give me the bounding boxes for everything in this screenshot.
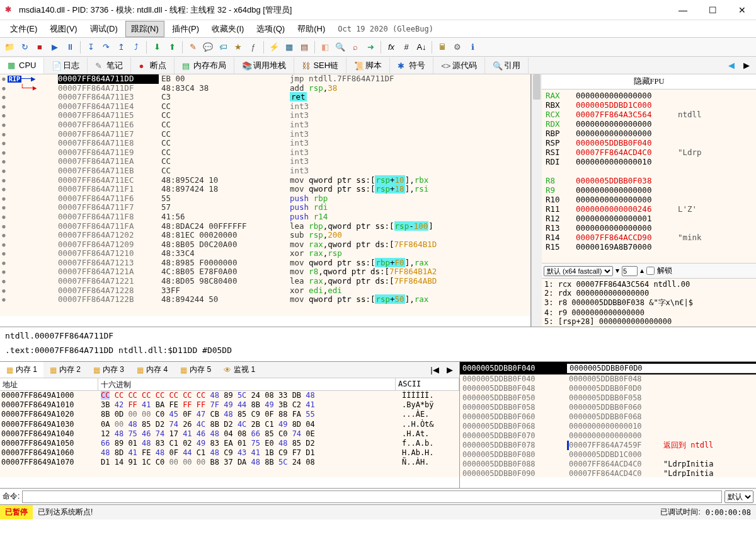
dump-tab-4[interactable]: ▦内存 4	[130, 362, 174, 378]
dump-col-ascii[interactable]: ASCII	[396, 378, 459, 390]
argument-list[interactable]: 1: rcx 00007FF864A3C564 ntdll.002: rdx 0…	[542, 279, 756, 327]
register-row[interactable]: RAX0000000000000000	[546, 91, 752, 100]
register-row[interactable]: RSP0000005DDBB0F040	[546, 138, 752, 148]
disasm-row[interactable]: ●00007FF864A711F757push rdi	[0, 203, 530, 212]
menu-options[interactable]: 选项(Q)	[251, 21, 290, 37]
arg-nav-next[interactable]: ▴	[640, 266, 644, 276]
bookmarks-icon[interactable]: ★	[231, 40, 245, 54]
stack-row[interactable]: 0000005DDBB0F0800000005DDBD1C000	[460, 450, 756, 460]
hash-icon[interactable]: #	[399, 40, 413, 54]
stack-col-addr[interactable]: 0000005DDBB0F040	[460, 364, 567, 373]
register-row[interactable]: R80000005DDBB0F038	[546, 176, 752, 185]
patches-icon[interactable]: ✎	[186, 40, 200, 54]
disassembly-list[interactable]: ●RIP──▶00007FF864A711DDEB 00jmp ntdll.7F…	[0, 74, 530, 316]
tab-nav-prev-icon[interactable]: ◀	[724, 59, 738, 72]
modules-icon[interactable]: ▦	[282, 40, 296, 54]
tab-symbols[interactable]: ✱符号	[390, 57, 433, 74]
tab-references[interactable]: 🔍引用	[485, 57, 529, 74]
disasm-row[interactable]: ●RIP──▶00007FF864A711DDEB 00jmp ntdll.7F…	[0, 74, 530, 84]
disasm-row[interactable]: ●00007FF864A711F655push rbp	[0, 194, 530, 204]
stop-icon[interactable]: ■	[33, 40, 47, 54]
disasm-row[interactable]: ●00007FF864A7120948:8B05 D0C20A00mov rax…	[0, 240, 530, 250]
disasm-row[interactable]: ●00007FF864A711E8CCint3	[0, 139, 530, 148]
tab-breakpoints[interactable]: ●断点	[131, 57, 175, 74]
dump-row[interactable]: 00007FF8649A104012 48 75 46 74 17 41 46 …	[0, 429, 459, 439]
about-icon[interactable]: ℹ	[466, 40, 479, 54]
pause-icon[interactable]: ⏸	[63, 40, 77, 54]
stack-row[interactable]: 0000005DDBB0F0480000005DDBB0F0D0	[460, 384, 756, 393]
step-out-icon[interactable]: ↥	[114, 40, 128, 54]
stack-row[interactable]: 0000005DDBB0F0500000005DDBB0F058	[460, 393, 756, 403]
maximize-button[interactable]: ☐	[704, 3, 722, 18]
menu-view[interactable]: 视图(V)	[45, 21, 82, 37]
register-row[interactable]: R100000000000000000	[546, 195, 752, 204]
arg-row[interactable]: 1: rcx 00007FF864A3C564 ntdll.00	[544, 280, 753, 289]
dump-row[interactable]: 00007FF8649A10300A 00 48 85 D2 74 26 4C …	[0, 420, 459, 429]
tab-nav-next-icon[interactable]: ▶	[740, 59, 753, 72]
arg-row[interactable]: 5: [rsp+28] 0000000000000000	[544, 317, 753, 326]
disasm-row[interactable]: ●00007FF864A711F148:897424 18mov qword p…	[0, 185, 530, 194]
unlock-checkbox[interactable]	[646, 267, 655, 275]
tab-seh[interactable]: ⛓SEH链	[294, 57, 346, 74]
register-row[interactable]: RBX0000005DDBD1C000	[546, 100, 752, 110]
register-row[interactable]: RDI0000000000000010	[546, 157, 752, 166]
callconv-select[interactable]: 默认 (x64 fastcall)	[544, 266, 613, 276]
stack-row[interactable]: 0000005DDBB0F0400000005DDBB0F048	[460, 374, 756, 384]
stack-list[interactable]: 0000005DDBB0F0400000005DDBB0F0480000005D…	[460, 374, 756, 477]
stack-col-val[interactable]: 0000005DDBB0F0D0	[567, 364, 756, 373]
command-mode-select[interactable]: 默认	[724, 490, 753, 503]
disasm-row[interactable]: ●00007FF864A711E4CCint3	[0, 102, 530, 112]
disasm-row[interactable]: ●00007FF864A711FA48:8DAC24 00FFFFFFlea r…	[0, 222, 530, 231]
step-into-icon[interactable]: ↧	[84, 40, 98, 54]
disasm-hscroll[interactable]	[0, 316, 530, 327]
dump-nav-next-icon[interactable]: ▶	[443, 363, 457, 377]
close-button[interactable]: ✕	[733, 3, 751, 18]
step-ret-icon[interactable]: ⤴	[129, 40, 143, 54]
dump-tab-3[interactable]: ▦内存 3	[87, 362, 130, 378]
register-row[interactable]: RCX00007FF864A3C564ntdll	[546, 110, 752, 119]
fpu-toggle[interactable]: 隐藏FPU	[542, 74, 756, 90]
stack-row[interactable]: 0000005DDBB0F09000007FF864ACD4C0"LdrpIni…	[460, 469, 756, 477]
dump-nav-prev-icon[interactable]: |◀	[428, 363, 442, 377]
stack-row[interactable]: 0000005DDBB0F0600000005DDBB0F068	[460, 412, 756, 422]
minimize-button[interactable]: —	[673, 3, 692, 18]
menu-debug[interactable]: 调试(D)	[85, 21, 123, 37]
goto-icon[interactable]: ➜	[364, 40, 377, 54]
calc-icon[interactable]: 🖩	[435, 40, 449, 54]
register-row[interactable]: R120000000000000001	[546, 214, 752, 223]
arg-row[interactable]: 3: r8 0000005DDBB0F038 &"字x\n€|$	[544, 298, 753, 308]
stack-hscroll[interactable]	[460, 477, 756, 488]
disasm-row[interactable]: ●00007FF864A711EBCCint3	[0, 166, 530, 176]
tab-memmap[interactable]: ▤内存布局	[175, 57, 234, 74]
fx-icon[interactable]: fx	[384, 40, 398, 54]
register-row[interactable]: R1400007FF864ACCD90"mink	[546, 233, 752, 242]
menu-plugins[interactable]: 插件(P)	[167, 21, 204, 37]
disasm-row[interactable]: ●00007FF864A7121048:33C4xor rax,rsp	[0, 249, 530, 258]
trace-over-icon[interactable]: ⬆	[165, 40, 179, 54]
open-icon[interactable]: 📁	[3, 40, 16, 54]
dump-tab-5[interactable]: ▦内存 5	[174, 362, 217, 378]
register-row[interactable]	[546, 166, 752, 176]
disasm-row[interactable]: ●00007FF864A7121348:8985 F0000000mov qwo…	[0, 258, 530, 268]
watch-tab-1[interactable]: 👁监视 1	[217, 362, 261, 378]
scylla-icon[interactable]: ⚡	[267, 40, 281, 54]
disasm-row[interactable]: ●00007FF864A711E7CCint3	[0, 130, 530, 139]
dump-hscroll[interactable]	[0, 477, 459, 488]
register-row[interactable]: R130000000000000000	[546, 223, 752, 233]
comments-icon[interactable]: 💬	[201, 40, 215, 54]
tab-callstack[interactable]: 📚调用堆栈	[234, 57, 294, 74]
menu-trace[interactable]: 跟踪(N)	[125, 21, 164, 37]
step-over-icon[interactable]: ↷	[99, 40, 113, 54]
stack-row[interactable]: 0000005DDBB0F0700000000000000000	[460, 431, 756, 441]
arg-count-input[interactable]	[622, 266, 638, 276]
disasm-row[interactable]: ● └──▶00007FF864A711DF48:83C4 38add rsp,…	[0, 84, 530, 93]
dump-row[interactable]: 00007FF8649A105066 89 01 48 83 C1 02 49 …	[0, 439, 459, 448]
search-icon[interactable]: 🔍	[333, 40, 347, 54]
register-list[interactable]: RAX0000000000000000RBX0000005DDBD1C000RC…	[542, 90, 756, 263]
run-icon[interactable]: ▶	[48, 40, 62, 54]
dump-row[interactable]: 00007FF8649A10103B 42 FF 41 BA FE FF FF …	[0, 400, 459, 410]
tab-source[interactable]: <>源代码	[433, 57, 485, 74]
dump-row[interactable]: 00007FF8649A1000CC CC CC CC CC CC CC CC …	[0, 391, 459, 400]
register-row[interactable]: RSI00007FF864ACD4C0"Ldrp	[546, 148, 752, 157]
disasm-row[interactable]: ●00007FF864A7121A4C:8B05 E78F0A00mov r8,…	[0, 267, 530, 277]
